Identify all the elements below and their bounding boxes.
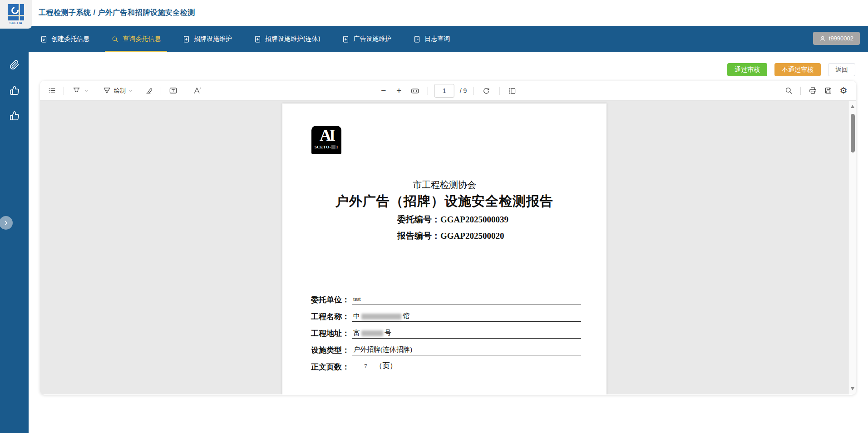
tab-query-commission[interactable]: 查询委托信息: [111, 26, 161, 52]
tab-signboard-maintenance-joined[interactable]: 招牌设施维护(连体): [254, 26, 320, 52]
redacted-text: [361, 314, 401, 320]
tab-label: 创建委托信息: [51, 35, 89, 43]
tab-label: 查询委托信息: [123, 35, 161, 43]
report-document: AI SCETO-1 市工程检测协会 户外广告（招牌）设施安全检测报告 委托编号…: [282, 103, 607, 394]
page-number-input[interactable]: [434, 84, 454, 98]
highlighter-dropdown[interactable]: [69, 83, 91, 98]
top-header: 工程检测子系统 / 户外广告和招牌设施安全检测: [29, 0, 868, 26]
report-title: 户外广告（招牌）设施安全检测报告: [282, 192, 607, 211]
search-icon[interactable]: [782, 84, 795, 97]
tab-label: 广告设施维护: [353, 35, 391, 43]
tab-create-commission[interactable]: 创建委托信息: [40, 26, 89, 52]
field-facility-type: 设施类型： 户外招牌(连体招牌): [311, 344, 581, 355]
text-box-icon[interactable]: [167, 84, 179, 97]
page-title: 工程检测子系统 / 户外广告和招牌设施安全检测: [39, 0, 195, 26]
tab-label: 招牌设施维护(连体): [265, 35, 320, 43]
tab-ad-facility-maintenance[interactable]: 广告设施维护: [342, 26, 391, 52]
report-logo-text: AI: [320, 126, 333, 145]
field-label: 工程地址：: [311, 328, 350, 339]
field-label: 正文页数：: [311, 362, 350, 372]
app-window: 工程检测子系统 / 户外广告和招牌设施安全检测 SCETIA 创建委托信息 查询…: [0, 0, 868, 433]
commission-number: 委托编号：GGAP2025000039: [397, 214, 508, 226]
field-value-suffix: 馆: [403, 312, 409, 320]
document-plus-icon: [342, 35, 350, 43]
field-value-suffix: 号: [385, 329, 391, 337]
user-badge[interactable]: t9990002: [813, 32, 860, 45]
draw-label: 绘制: [114, 87, 126, 95]
link-icon[interactable]: [10, 60, 20, 70]
field-value: 户外招牌(连体招牌): [353, 345, 412, 354]
thumbs-up-icon[interactable]: [10, 111, 20, 121]
vertical-scrollbar[interactable]: [848, 101, 856, 394]
page-layout-icon[interactable]: [506, 84, 518, 97]
username: t9990002: [829, 35, 853, 42]
outline-list-icon[interactable]: [45, 84, 58, 97]
review-actions: 通过审核 不通过审核 返回: [727, 63, 855, 76]
report-logo-subtext: SCETO-1: [315, 145, 338, 149]
chevron-down-icon: [84, 88, 89, 93]
toolbar-separator: [499, 87, 499, 95]
log-icon: [413, 35, 421, 43]
toolbar-separator: [185, 87, 185, 95]
toolbar-left-group: 绘制: [45, 83, 203, 98]
field-value-prefix: 富: [353, 329, 360, 337]
back-button[interactable]: 返回: [828, 63, 855, 76]
print-icon[interactable]: [806, 84, 819, 97]
field-value-prefix: 中: [353, 312, 360, 320]
report-logo: AI SCETO-1: [311, 126, 341, 154]
redacted-text: [361, 330, 383, 336]
scrollbar-thumb[interactable]: [851, 114, 855, 153]
nav-tabs: 创建委托信息 查询委托信息 招牌设施维护 招牌设施维护(连体) 广告设施维护 日…: [40, 26, 450, 52]
chevron-right-icon: [3, 220, 9, 226]
field-value: 7: [364, 363, 367, 370]
field-label: 委托单位：: [311, 295, 350, 305]
document-plus-icon: [182, 35, 190, 43]
save-icon[interactable]: [822, 84, 834, 97]
pdf-viewer-panel: 绘制 − +: [40, 81, 856, 395]
tab-label: 日志查询: [424, 35, 450, 43]
zoom-in-icon[interactable]: +: [393, 84, 405, 97]
toolbar-separator: [473, 87, 473, 95]
user-icon: [819, 35, 826, 42]
settings-icon[interactable]: ⚙: [837, 84, 850, 97]
scetia-logo-icon: [8, 4, 24, 20]
rotate-icon[interactable]: [480, 84, 493, 97]
chevron-down-icon: [128, 88, 133, 93]
page-total: / 9: [460, 87, 467, 94]
tab-signboard-maintenance[interactable]: 招牌设施维护: [182, 26, 232, 52]
report-number: 报告编号：GGAP202500020: [397, 230, 504, 242]
main-navbar: 创建委托信息 查询委托信息 招牌设施维护 招牌设施维护(连体) 广告设施维护 日…: [0, 26, 868, 52]
field-value-unit: （页）: [375, 361, 397, 371]
pdf-canvas: AI SCETO-1 市工程检测协会 户外广告（招牌）设施安全检测报告 委托编号…: [40, 101, 856, 394]
field-project-name: 工程名称： 中 馆: [311, 311, 581, 322]
field-label: 工程名称：: [311, 311, 350, 322]
freetext-icon[interactable]: [191, 84, 203, 97]
approve-button[interactable]: 通过审核: [727, 63, 767, 76]
pdf-page: AI SCETO-1 市工程检测协会 户外广告（招牌）设施安全检测报告 委托编号…: [282, 103, 607, 394]
field-label: 设施类型：: [311, 345, 350, 355]
thumbs-up-icon[interactable]: [10, 85, 20, 95]
toolbar-separator: [800, 87, 801, 95]
field-project-address: 工程地址： 富 号: [311, 328, 581, 339]
pdf-toolbar: 绘制 − +: [40, 81, 856, 101]
reject-button[interactable]: 不通过审核: [774, 63, 821, 76]
redacted-block: [331, 145, 335, 149]
logo-sub-post: 1: [336, 145, 338, 149]
scroll-down-icon[interactable]: [851, 387, 854, 390]
fit-width-icon[interactable]: [409, 84, 421, 97]
draw-pen-icon: [102, 84, 112, 97]
highlighter-icon: [71, 84, 81, 97]
field-commission-unit: 委托单位： test: [311, 294, 581, 305]
logo-sub-pre: SCETO-: [315, 145, 331, 149]
eraser-icon[interactable]: [143, 84, 155, 97]
tab-log-query[interactable]: 日志查询: [413, 26, 450, 52]
app-logo: SCETIA: [0, 0, 32, 29]
field-value: test: [353, 296, 361, 303]
toolbar-separator: [161, 87, 161, 95]
search-icon: [111, 35, 119, 43]
toolbar-right-group: ⚙: [782, 84, 850, 97]
scroll-up-icon[interactable]: [851, 105, 854, 108]
toolbar-separator: [64, 87, 64, 95]
zoom-out-icon[interactable]: −: [378, 84, 390, 97]
draw-dropdown[interactable]: 绘制: [100, 83, 135, 98]
